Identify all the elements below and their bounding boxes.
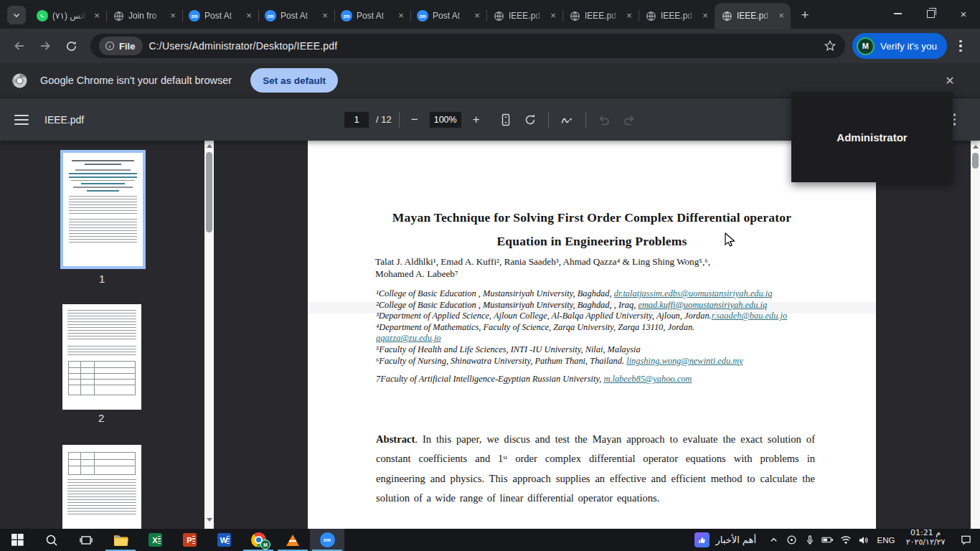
windows-logo-icon: [11, 534, 24, 546]
tab-close-icon[interactable]: ×: [167, 10, 179, 22]
affiliation-line: ⁶Faculty of Nursing, Shinawatra Universi…: [376, 356, 824, 367]
tray-microphone-button[interactable]: [801, 529, 819, 551]
tab-label: Post At: [204, 11, 239, 21]
annotate-pen-icon[interactable]: [560, 113, 575, 127]
tab-close-icon[interactable]: ×: [243, 10, 255, 22]
zoom-level[interactable]: 100%: [430, 112, 461, 128]
thumbnail-preview: [62, 310, 141, 395]
language-indicator[interactable]: ENG: [872, 529, 900, 551]
close-button[interactable]: ×: [947, 0, 980, 27]
scroll-up-icon[interactable]: [207, 144, 212, 148]
avatar: M: [857, 37, 875, 55]
tab-search-button[interactable]: [7, 6, 26, 24]
tab-close-icon[interactable]: ×: [471, 10, 483, 22]
powerpoint-button[interactable]: P: [172, 529, 207, 551]
new-tab-button[interactable]: +: [795, 6, 815, 26]
word-button[interactable]: W: [207, 529, 241, 551]
vlc-button[interactable]: [275, 529, 310, 551]
thumbnail-page-3[interactable]: [62, 445, 141, 529]
fit-page-icon[interactable]: [499, 113, 512, 127]
task-view-button[interactable]: [69, 529, 103, 551]
page-number-input[interactable]: 1: [344, 112, 369, 128]
news-widget[interactable]: أهم الأخبار: [686, 529, 765, 551]
tab-zoom-3[interactable]: zm Post At ×: [334, 3, 410, 29]
chevron-up-icon: [769, 535, 778, 545]
tab-zoom-4[interactable]: zm Post At ×: [410, 3, 486, 29]
start-button[interactable]: [0, 529, 34, 551]
tab-label: IEEE.pd: [509, 11, 543, 21]
email-link[interactable]: r.saadeh@bau.edu.jo: [712, 311, 787, 321]
url-scheme-chip[interactable]: File: [99, 37, 143, 55]
redo-icon[interactable]: [622, 113, 636, 127]
taskbar-clock[interactable]: 01:21 م ٢٠٢٥/١٢/٢٧: [900, 529, 951, 551]
tray-meet-button[interactable]: [783, 529, 801, 551]
tab-zoom-2[interactable]: zm Post At ×: [258, 3, 334, 29]
email-link[interactable]: aqazza@zu.edu.jo: [376, 333, 441, 343]
url-scheme-label: File: [119, 41, 135, 52]
zoom-app-icon: zm: [417, 10, 428, 22]
reload-button[interactable]: [59, 34, 83, 58]
scroll-down-icon[interactable]: [207, 518, 212, 522]
forward-icon: [38, 39, 52, 53]
excel-button[interactable]: X: [138, 529, 172, 551]
address-bar[interactable]: File C:/Users/Administrator/Desktop/IEEE…: [90, 34, 845, 58]
paper-title-line1: Mayan Technique for Solving First Order …: [308, 210, 876, 225]
scroll-up-icon[interactable]: [973, 145, 979, 149]
infobar-close-icon[interactable]: ✕: [940, 74, 960, 88]
file-explorer-button[interactable]: [103, 529, 138, 551]
divider: [585, 112, 586, 128]
minimize-button[interactable]: [881, 0, 914, 27]
speaker-icon: [858, 535, 869, 545]
pdf-more-menu-button[interactable]: [953, 98, 956, 141]
email-link[interactable]: lingshing.wong@newinti.edu.my: [626, 356, 743, 366]
tab-ieee-1[interactable]: IEEE.pd ×: [486, 3, 562, 29]
zoom-in-button[interactable]: +: [468, 113, 484, 127]
clock-date: ٢٠٢٥/١٢/٢٧: [900, 538, 951, 547]
battery-icon: [821, 535, 834, 545]
email-link[interactable]: m.labeeb85@yahoo.com: [603, 374, 692, 384]
bookmark-star-icon[interactable]: [824, 39, 837, 52]
verify-its-you-button[interactable]: M Verify it's you: [852, 33, 947, 59]
undo-icon[interactable]: [597, 113, 611, 127]
thumbnail-page-number: 2: [98, 412, 104, 424]
tab-ieee-active[interactable]: IEEE.pd ×: [715, 3, 791, 29]
globe-icon: [721, 10, 732, 22]
sidebar-scrollbar[interactable]: [204, 141, 214, 529]
tab-ieee-3[interactable]: IEEE.pd ×: [639, 3, 715, 29]
action-center-button[interactable]: [951, 529, 980, 551]
tab-close-icon[interactable]: ×: [319, 10, 331, 22]
pdf-content-area: 1 2: [0, 141, 980, 529]
tab-ieee-2[interactable]: IEEE.pd ×: [562, 3, 639, 29]
email-link[interactable]: emad.kuffi@uomustansiriyah.edu.iq: [638, 300, 767, 310]
tab-close-icon[interactable]: ×: [395, 10, 407, 22]
scrollbar-thumb[interactable]: [206, 152, 212, 232]
tray-wifi-button[interactable]: [837, 529, 854, 551]
tab-zoom-1[interactable]: zm Post At ×: [182, 3, 258, 29]
pdf-menu-icon[interactable]: [14, 115, 29, 125]
tab-whatsapp[interactable]: واتس (٧١) ×: [30, 3, 106, 29]
zoom-out-button[interactable]: −: [407, 113, 423, 127]
back-button[interactable]: [7, 34, 32, 58]
chrome-button[interactable]: M: [241, 529, 275, 551]
tab-close-icon[interactable]: ×: [623, 10, 635, 22]
tray-battery-button[interactable]: [819, 529, 837, 551]
main-scrollbar[interactable]: [971, 141, 980, 529]
zoom-app-button[interactable]: zm: [310, 529, 344, 551]
email-link[interactable]: dr.talatjassim.edbs@uomustansiriyah.edu.…: [614, 288, 773, 298]
search-button[interactable]: [34, 529, 69, 551]
tab-close-icon[interactable]: ×: [776, 10, 787, 22]
thumbnail-page-1[interactable]: [63, 153, 143, 266]
set-as-default-button[interactable]: Set as default: [250, 68, 338, 93]
tab-close-icon[interactable]: ×: [91, 10, 103, 22]
tab-close-icon[interactable]: ×: [547, 10, 559, 22]
scrollbar-thumb[interactable]: [972, 153, 979, 169]
tab-close-icon[interactable]: ×: [699, 10, 711, 22]
tab-join[interactable]: Join fro ×: [106, 3, 182, 29]
restore-button[interactable]: [914, 0, 947, 27]
rotate-icon[interactable]: [523, 113, 537, 127]
tray-expand-button[interactable]: [765, 529, 783, 551]
tray-volume-button[interactable]: [854, 529, 872, 551]
browser-menu-button[interactable]: [948, 34, 973, 58]
thumbnail-page-2[interactable]: [62, 304, 141, 410]
forward-button[interactable]: [33, 34, 57, 58]
